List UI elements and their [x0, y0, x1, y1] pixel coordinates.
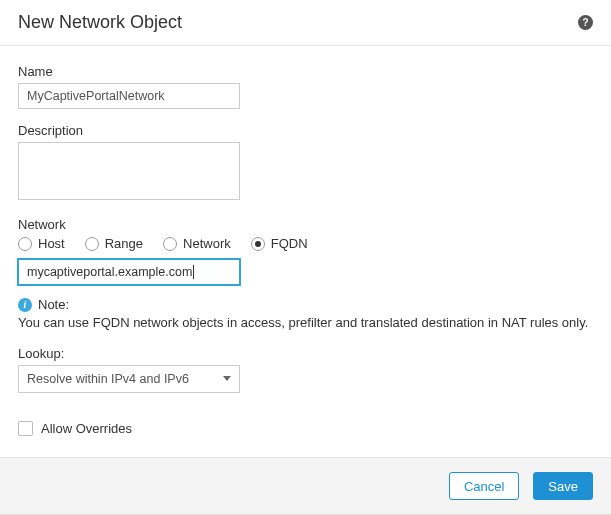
radio-host[interactable]: Host: [18, 236, 65, 251]
network-value-text: mycaptiveportal.example.com: [27, 265, 194, 280]
new-network-object-dialog: New Network Object ? Name Description Ne…: [0, 0, 611, 515]
description-label: Description: [18, 123, 593, 138]
allow-overrides-label: Allow Overrides: [41, 421, 132, 436]
network-type-radiogroup: Host Range Network FQDN: [18, 236, 593, 251]
checkbox-icon: [18, 421, 33, 436]
description-group: Description: [18, 123, 593, 203]
save-button[interactable]: Save: [533, 472, 593, 500]
note-label: Note:: [38, 297, 69, 312]
cancel-button[interactable]: Cancel: [449, 472, 519, 500]
name-input[interactable]: [18, 83, 240, 109]
note-row: i Note:: [18, 297, 593, 312]
info-icon: i: [18, 298, 32, 312]
network-label: Network: [18, 217, 593, 232]
network-group: Network Host Range Network FQDN: [18, 217, 593, 285]
radio-icon: [85, 237, 99, 251]
network-value-input[interactable]: mycaptiveportal.example.com: [18, 259, 240, 285]
radio-fqdn-label: FQDN: [271, 236, 308, 251]
lookup-group: Lookup: Resolve within IPv4 and IPv6: [18, 346, 593, 393]
radio-network[interactable]: Network: [163, 236, 231, 251]
dialog-footer: Cancel Save: [0, 457, 611, 514]
radio-fqdn[interactable]: FQDN: [251, 236, 308, 251]
lookup-select[interactable]: Resolve within IPv4 and IPv6: [18, 365, 240, 393]
name-group: Name: [18, 64, 593, 109]
note-text: You can use FQDN network objects in acce…: [18, 314, 593, 332]
radio-icon: [251, 237, 265, 251]
radio-host-label: Host: [38, 236, 65, 251]
radio-range[interactable]: Range: [85, 236, 143, 251]
radio-icon: [18, 237, 32, 251]
dialog-header: New Network Object ?: [0, 0, 611, 46]
name-label: Name: [18, 64, 593, 79]
radio-icon: [163, 237, 177, 251]
help-icon[interactable]: ?: [578, 15, 593, 30]
chevron-down-icon: [223, 376, 231, 381]
lookup-label: Lookup:: [18, 346, 593, 361]
dialog-body: Name Description Network Host Range N: [0, 46, 611, 457]
lookup-selected-value: Resolve within IPv4 and IPv6: [27, 372, 189, 386]
radio-network-label: Network: [183, 236, 231, 251]
dialog-title: New Network Object: [18, 12, 182, 33]
allow-overrides-checkbox[interactable]: Allow Overrides: [18, 421, 132, 436]
radio-range-label: Range: [105, 236, 143, 251]
description-textarea[interactable]: [18, 142, 240, 200]
